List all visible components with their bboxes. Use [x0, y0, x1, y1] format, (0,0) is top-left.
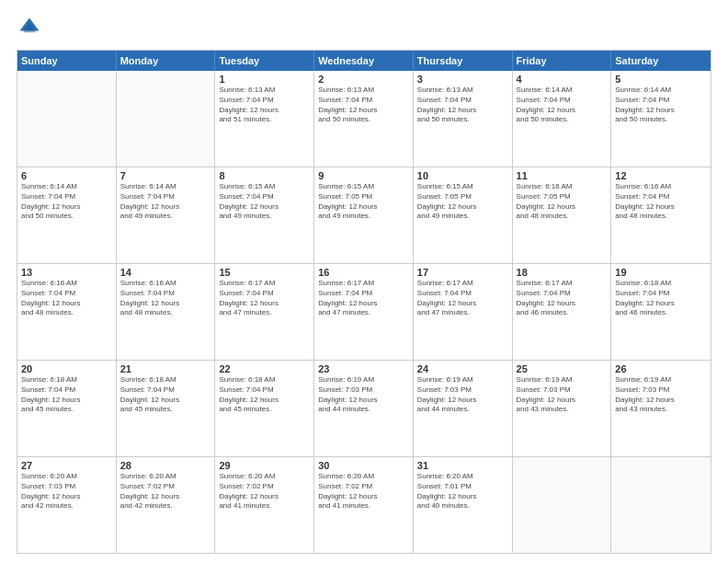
cell-info: Sunrise: 6:13 AM Sunset: 7:04 PM Dayligh… [219, 86, 310, 125]
day-number: 15 [219, 267, 310, 278]
cell-info: Sunrise: 6:20 AM Sunset: 7:02 PM Dayligh… [318, 472, 409, 511]
calendar-header-cell: Wednesday [314, 51, 414, 71]
day-number: 3 [417, 74, 508, 85]
day-number: 1 [219, 74, 310, 85]
calendar-header-cell: Tuesday [215, 51, 314, 71]
day-number: 8 [219, 170, 310, 181]
calendar-cell: 24Sunrise: 6:19 AM Sunset: 7:03 PM Dayli… [414, 361, 513, 456]
day-number: 6 [21, 170, 112, 181]
cell-info: Sunrise: 6:13 AM Sunset: 7:04 PM Dayligh… [318, 86, 409, 125]
calendar-week-row: 13Sunrise: 6:16 AM Sunset: 7:04 PM Dayli… [17, 263, 711, 360]
calendar-cell: 20Sunrise: 6:18 AM Sunset: 7:04 PM Dayli… [17, 361, 117, 456]
calendar-cell [513, 457, 612, 553]
calendar-cell: 1Sunrise: 6:13 AM Sunset: 7:04 PM Daylig… [215, 71, 314, 167]
calendar-cell: 15Sunrise: 6:17 AM Sunset: 7:04 PM Dayli… [215, 264, 314, 360]
day-number: 30 [318, 460, 409, 471]
day-number: 22 [219, 363, 310, 374]
cell-info: Sunrise: 6:16 AM Sunset: 7:04 PM Dayligh… [21, 279, 112, 318]
calendar: SundayMondayTuesdayWednesdayThursdayFrid… [17, 50, 711, 554]
calendar-cell: 31Sunrise: 6:20 AM Sunset: 7:01 PM Dayli… [414, 457, 513, 553]
calendar-cell: 2Sunrise: 6:13 AM Sunset: 7:04 PM Daylig… [314, 71, 414, 167]
day-number: 21 [120, 363, 211, 374]
calendar-cell: 16Sunrise: 6:17 AM Sunset: 7:04 PM Dayli… [314, 264, 414, 360]
day-number: 28 [120, 460, 211, 471]
calendar-week-row: 27Sunrise: 6:20 AM Sunset: 7:03 PM Dayli… [17, 456, 711, 553]
cell-info: Sunrise: 6:20 AM Sunset: 7:02 PM Dayligh… [219, 472, 310, 511]
cell-info: Sunrise: 6:15 AM Sunset: 7:04 PM Dayligh… [219, 182, 310, 222]
day-number: 4 [517, 74, 608, 85]
calendar-cell [17, 71, 117, 167]
calendar-cell [611, 457, 711, 553]
cell-info: Sunrise: 6:14 AM Sunset: 7:04 PM Dayligh… [517, 86, 608, 125]
calendar-cell: 7Sunrise: 6:14 AM Sunset: 7:04 PM Daylig… [117, 167, 216, 263]
cell-info: Sunrise: 6:17 AM Sunset: 7:04 PM Dayligh… [417, 279, 508, 318]
day-number: 12 [615, 170, 707, 181]
day-number: 13 [21, 267, 112, 278]
calendar-cell: 26Sunrise: 6:19 AM Sunset: 7:03 PM Dayli… [611, 361, 711, 456]
calendar-header-cell: Friday [513, 51, 612, 71]
calendar-cell: 30Sunrise: 6:20 AM Sunset: 7:02 PM Dayli… [314, 457, 414, 553]
calendar-cell: 5Sunrise: 6:14 AM Sunset: 7:04 PM Daylig… [611, 71, 711, 167]
page: SundayMondayTuesdayWednesdayThursdayFrid… [0, 0, 728, 563]
logo-icon [17, 15, 42, 40]
calendar-body: 1Sunrise: 6:13 AM Sunset: 7:04 PM Daylig… [17, 71, 711, 553]
calendar-cell: 22Sunrise: 6:18 AM Sunset: 7:04 PM Dayli… [215, 361, 314, 456]
day-number: 20 [21, 363, 112, 374]
day-number: 23 [318, 363, 409, 374]
cell-info: Sunrise: 6:14 AM Sunset: 7:04 PM Dayligh… [21, 182, 112, 222]
calendar-week-row: 6Sunrise: 6:14 AM Sunset: 7:04 PM Daylig… [17, 167, 711, 263]
day-number: 27 [21, 460, 112, 471]
cell-info: Sunrise: 6:18 AM Sunset: 7:04 PM Dayligh… [120, 375, 211, 415]
day-number: 14 [120, 267, 211, 278]
calendar-cell: 21Sunrise: 6:18 AM Sunset: 7:04 PM Dayli… [117, 361, 216, 456]
day-number: 2 [318, 74, 409, 85]
day-number: 29 [219, 460, 310, 471]
calendar-cell: 23Sunrise: 6:19 AM Sunset: 7:03 PM Dayli… [314, 361, 414, 456]
calendar-cell: 17Sunrise: 6:17 AM Sunset: 7:04 PM Dayli… [414, 264, 513, 360]
calendar-header-cell: Sunday [17, 51, 117, 71]
calendar-cell: 25Sunrise: 6:19 AM Sunset: 7:03 PM Dayli… [513, 361, 612, 456]
cell-info: Sunrise: 6:13 AM Sunset: 7:04 PM Dayligh… [417, 86, 508, 125]
calendar-cell: 28Sunrise: 6:20 AM Sunset: 7:02 PM Dayli… [117, 457, 216, 553]
calendar-cell: 19Sunrise: 6:18 AM Sunset: 7:04 PM Dayli… [611, 264, 711, 360]
day-number: 10 [417, 170, 508, 181]
day-number: 16 [318, 267, 409, 278]
cell-info: Sunrise: 6:16 AM Sunset: 7:04 PM Dayligh… [120, 279, 211, 318]
calendar-cell: 6Sunrise: 6:14 AM Sunset: 7:04 PM Daylig… [17, 167, 117, 263]
logo [17, 15, 46, 40]
cell-info: Sunrise: 6:17 AM Sunset: 7:04 PM Dayligh… [517, 279, 608, 318]
calendar-cell: 11Sunrise: 6:16 AM Sunset: 7:05 PM Dayli… [513, 167, 612, 263]
cell-info: Sunrise: 6:20 AM Sunset: 7:02 PM Dayligh… [120, 472, 211, 511]
cell-info: Sunrise: 6:15 AM Sunset: 7:05 PM Dayligh… [417, 182, 508, 222]
day-number: 5 [615, 74, 707, 85]
day-number: 17 [417, 267, 508, 278]
cell-info: Sunrise: 6:14 AM Sunset: 7:04 PM Dayligh… [615, 86, 707, 125]
cell-info: Sunrise: 6:19 AM Sunset: 7:03 PM Dayligh… [517, 375, 608, 415]
calendar-cell: 3Sunrise: 6:13 AM Sunset: 7:04 PM Daylig… [414, 71, 513, 167]
cell-info: Sunrise: 6:15 AM Sunset: 7:05 PM Dayligh… [318, 182, 409, 222]
calendar-cell: 4Sunrise: 6:14 AM Sunset: 7:04 PM Daylig… [513, 71, 612, 167]
cell-info: Sunrise: 6:20 AM Sunset: 7:01 PM Dayligh… [417, 472, 508, 511]
calendar-cell: 29Sunrise: 6:20 AM Sunset: 7:02 PM Dayli… [215, 457, 314, 553]
cell-info: Sunrise: 6:16 AM Sunset: 7:05 PM Dayligh… [517, 182, 608, 222]
day-number: 9 [318, 170, 409, 181]
day-number: 25 [517, 363, 608, 374]
cell-info: Sunrise: 6:17 AM Sunset: 7:04 PM Dayligh… [219, 279, 310, 318]
calendar-cell: 14Sunrise: 6:16 AM Sunset: 7:04 PM Dayli… [117, 264, 216, 360]
calendar-cell: 12Sunrise: 6:16 AM Sunset: 7:04 PM Dayli… [611, 167, 711, 263]
calendar-cell: 8Sunrise: 6:15 AM Sunset: 7:04 PM Daylig… [215, 167, 314, 263]
day-number: 11 [517, 170, 608, 181]
header [17, 15, 711, 40]
day-number: 18 [517, 267, 608, 278]
calendar-cell: 27Sunrise: 6:20 AM Sunset: 7:03 PM Dayli… [17, 457, 117, 553]
cell-info: Sunrise: 6:18 AM Sunset: 7:04 PM Dayligh… [21, 375, 112, 415]
calendar-cell: 18Sunrise: 6:17 AM Sunset: 7:04 PM Dayli… [513, 264, 612, 360]
day-number: 31 [417, 460, 508, 471]
calendar-header-cell: Saturday [611, 51, 711, 71]
day-number: 26 [615, 363, 707, 374]
calendar-week-row: 1Sunrise: 6:13 AM Sunset: 7:04 PM Daylig… [17, 71, 711, 167]
cell-info: Sunrise: 6:18 AM Sunset: 7:04 PM Dayligh… [615, 279, 707, 318]
cell-info: Sunrise: 6:19 AM Sunset: 7:03 PM Dayligh… [417, 375, 508, 415]
cell-info: Sunrise: 6:17 AM Sunset: 7:04 PM Dayligh… [318, 279, 409, 318]
day-number: 24 [417, 363, 508, 374]
